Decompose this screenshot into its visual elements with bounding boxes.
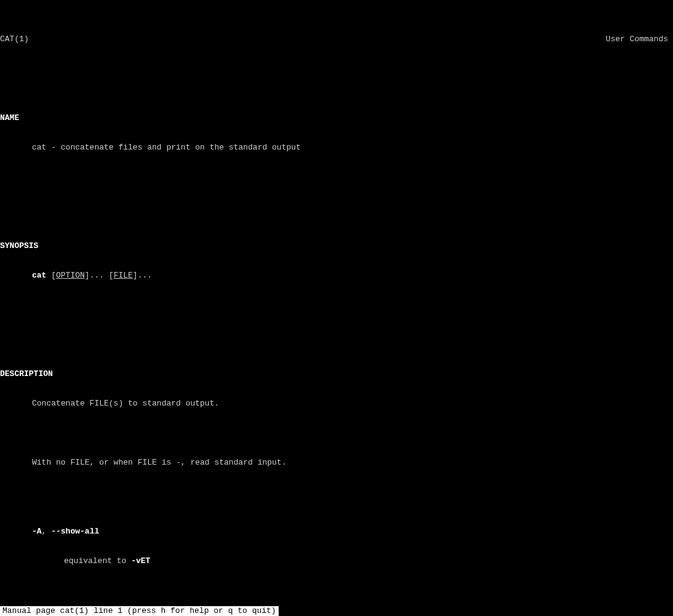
desc-p1: Concatenate FILE(s) to standard output. <box>0 399 673 409</box>
synopsis-sep2: ]... <box>133 271 152 280</box>
man-page[interactable]: CAT(1) User Commands NAME cat - concaten… <box>0 0 673 616</box>
pager-status-line[interactable]: Manual page cat(1) line 1 (press h for h… <box>0 606 279 616</box>
name-line: cat - concatenate files and print on the… <box>0 143 673 153</box>
synopsis-cmd: cat <box>32 271 46 280</box>
opt-A-short: -A <box>32 527 42 536</box>
section-synopsis-heading: SYNOPSIS <box>0 241 673 251</box>
synopsis-sep1: ]... [ <box>85 271 114 280</box>
opt-A: -A, --show-all <box>0 527 673 537</box>
section-description-heading: DESCRIPTION <box>0 369 673 379</box>
header-right: User Commands <box>606 34 668 44</box>
section-name-heading: NAME <box>0 113 673 123</box>
opt-A-desc: equivalent to -vET <box>0 556 673 566</box>
desc-p2: With no FILE, or when FILE is -, read st… <box>0 458 673 468</box>
synopsis-line: cat [OPTION]... [FILE]... <box>0 271 673 281</box>
opt-A-long: --show-all <box>51 527 99 536</box>
header-left: CAT(1) <box>0 34 29 44</box>
synopsis-file: FILE <box>114 271 133 280</box>
man-header: CAT(1) User Commands <box>0 30 673 44</box>
synopsis-option: OPTION <box>56 271 85 280</box>
